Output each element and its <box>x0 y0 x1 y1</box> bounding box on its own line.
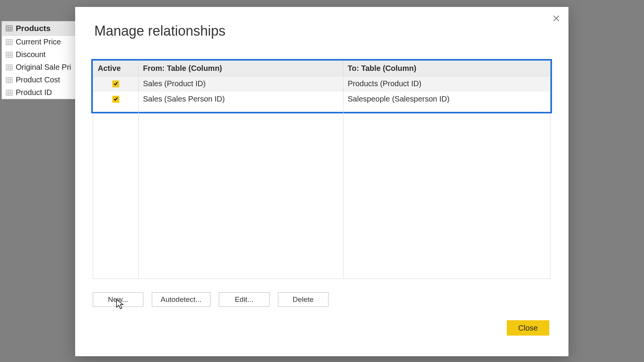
column-icon <box>6 77 13 83</box>
svg-rect-5 <box>6 39 12 45</box>
relationship-from: Sales (Sales Person ID) <box>138 92 343 107</box>
action-button-row: New... Autodetect... Edit... Delete <box>93 292 329 307</box>
fields-column-item[interactable]: Product Cost <box>2 74 77 86</box>
svg-rect-10 <box>6 52 12 57</box>
dialog-title: Manage relationships <box>94 23 225 39</box>
relationship-from: Sales (Product ID) <box>138 76 343 92</box>
manage-relationships-dialog: Manage relationships Active From: Table … <box>75 7 568 356</box>
check-icon <box>113 79 118 88</box>
column-header-to[interactable]: To: Table (Column) <box>343 61 550 76</box>
fields-table-name: Products <box>16 24 51 33</box>
column-icon <box>6 52 13 58</box>
check-icon <box>113 95 118 103</box>
edit-button[interactable]: Edit... <box>219 292 269 307</box>
fields-column-label: Original Sale Pri <box>16 63 71 72</box>
fields-column-item[interactable]: Current Price <box>2 36 77 48</box>
close-button[interactable]: Close <box>507 320 549 336</box>
svg-rect-15 <box>6 65 12 70</box>
svg-rect-20 <box>6 77 12 83</box>
fields-column-label: Current Price <box>16 38 61 46</box>
column-icon <box>6 39 13 45</box>
autodetect-button[interactable]: Autodetect... <box>152 292 210 307</box>
fields-column-item[interactable]: Discount <box>2 48 77 61</box>
table-icon <box>6 25 13 31</box>
fields-column-label: Product ID <box>16 88 52 97</box>
column-header-active[interactable]: Active <box>93 61 138 76</box>
dialog-close-button[interactable] <box>551 14 562 25</box>
fields-column-item[interactable]: Product ID <box>2 86 77 99</box>
svg-rect-25 <box>6 90 12 95</box>
svg-rect-0 <box>6 26 12 31</box>
fields-table-header[interactable]: Products <box>2 21 77 36</box>
column-icon <box>6 64 13 70</box>
relationships-table: Active From: Table (Column) To: Table (C… <box>93 61 550 279</box>
active-checkbox[interactable] <box>112 80 119 87</box>
relationship-to: Salespeople (Salesperson ID) <box>343 92 550 107</box>
fields-pane: Products Current Price Discount Original… <box>2 21 77 99</box>
relationship-to: Products (Product ID) <box>343 76 550 92</box>
close-icon <box>552 15 560 24</box>
column-icon <box>6 90 13 96</box>
fields-column-label: Product Cost <box>16 75 60 84</box>
active-checkbox[interactable] <box>112 96 119 103</box>
delete-button[interactable]: Delete <box>278 292 329 307</box>
fields-column-label: Discount <box>16 50 46 59</box>
new-button[interactable]: New... <box>93 292 143 307</box>
column-header-from[interactable]: From: Table (Column) <box>138 61 343 76</box>
fields-column-item[interactable]: Original Sale Pri <box>2 61 77 74</box>
